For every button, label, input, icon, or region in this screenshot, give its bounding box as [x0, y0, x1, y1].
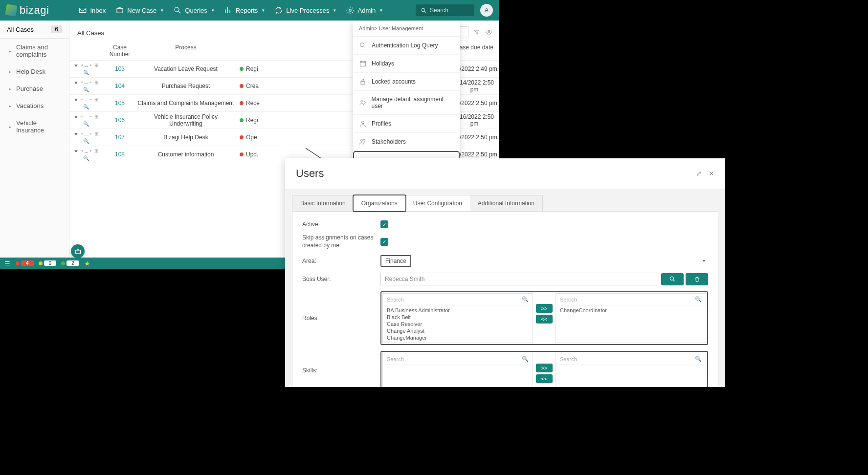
nav-reports[interactable]: Reports▾: [224, 6, 265, 15]
search-icon[interactable]: 🔍: [83, 104, 89, 109]
checkbox-active[interactable]: ✓: [380, 220, 388, 228]
skills-available-list[interactable]: [383, 365, 533, 387]
tab-user-configuration[interactable]: User Configuration: [405, 195, 470, 211]
boss-search-button[interactable]: [661, 273, 684, 285]
workflow-icon[interactable]: ⊞: [94, 131, 98, 136]
skills-selected-search[interactable]: Search: [560, 356, 577, 362]
brand-logo: bizagi: [6, 4, 49, 17]
menu-profiles[interactable]: Profiles: [353, 115, 460, 133]
sidebar-item-helpdesk[interactable]: ▸Help Desk: [0, 63, 69, 80]
roles-transfer: Search🔍 BA Business Administrator Black …: [380, 291, 708, 345]
boss-delete-button[interactable]: [686, 273, 708, 285]
label-skip: Skip assignments on cases created by me:: [302, 234, 380, 249]
sidebar-item-purchase[interactable]: ▸Purchase: [0, 80, 69, 97]
status-green: 2: [67, 260, 79, 266]
svg-point-5: [360, 43, 364, 47]
process-name: Purchase Request: [137, 83, 235, 89]
share-icon[interactable]: ⚬⚊⚬: [80, 114, 92, 119]
nav-inbox[interactable]: Inbox: [78, 6, 106, 15]
search-icon[interactable]: 🔍: [83, 155, 89, 161]
star-icon[interactable]: ★: [74, 148, 78, 153]
star-icon[interactable]: ★: [74, 80, 78, 85]
roles-available-search[interactable]: Search: [387, 297, 404, 302]
nav-live-processes[interactable]: Live Processes▾: [274, 6, 336, 15]
sidebar-all-cases[interactable]: All Cases 6: [0, 21, 69, 39]
roles-selected-search[interactable]: Search: [560, 297, 577, 302]
search-icon[interactable]: 🔍: [83, 87, 89, 92]
star-icon[interactable]: ★: [74, 63, 78, 68]
workflow-icon[interactable]: ⊞: [94, 114, 98, 119]
sidebar-item-vehicle[interactable]: ▸Vehicle Insurance: [0, 114, 69, 139]
menu-holidays[interactable]: Holidays: [353, 55, 460, 73]
breadcrumb: Admin> User Management: [353, 21, 460, 37]
fab-button[interactable]: [71, 244, 85, 258]
share-icon[interactable]: ⚬⚊⚬: [80, 131, 92, 136]
checkbox-skip[interactable]: ✓: [380, 238, 388, 246]
roles-available-list[interactable]: BA Business Administrator Black Belt Cas…: [383, 305, 533, 343]
search-icon[interactable]: 🔍: [83, 70, 89, 75]
expand-icon[interactable]: ⤢: [696, 170, 702, 177]
gear-icon: [346, 6, 355, 15]
label-boss: Boss User:: [302, 276, 380, 282]
case-count-badge: 6: [51, 25, 62, 33]
search-icon[interactable]: 🔍: [83, 121, 89, 127]
sidebar-item-vacations[interactable]: ▸Vacations: [0, 97, 69, 114]
workflow-icon[interactable]: ⊞: [94, 63, 98, 68]
star-icon[interactable]: ★: [74, 131, 78, 136]
search-icon: [173, 6, 182, 15]
star-icon[interactable]: ★: [74, 97, 78, 102]
menu-stakeholders[interactable]: Stakeholders: [353, 133, 460, 151]
svg-point-9: [361, 121, 364, 124]
admin-dropdown-menu: Admin> User Management Authentication Lo…: [353, 21, 460, 171]
tab-organizations[interactable]: Organizations: [353, 194, 406, 212]
sidebar-item-claims[interactable]: ▸Claims and complaints: [0, 39, 69, 63]
top-nav: Inbox New Case▾ Queries▾ Reports▾ Live P…: [78, 6, 382, 15]
menu-auth-log[interactable]: Authentication Log Query: [353, 37, 460, 55]
menu-locked-accounts[interactable]: Locked accounts: [353, 73, 460, 91]
workflow-icon[interactable]: ⊞: [94, 148, 98, 153]
case-number: 107: [103, 134, 137, 141]
global-search[interactable]: Search: [416, 4, 474, 16]
share-icon[interactable]: ⚬⚊⚬: [80, 63, 92, 68]
eye-icon[interactable]: [485, 29, 493, 36]
status-footer: 4 0 2 ★: [0, 258, 285, 269]
menu-default-assignment[interactable]: Manage default assignment user: [353, 91, 460, 115]
share-icon[interactable]: ⚬⚊⚬: [80, 97, 92, 102]
workflow-icon[interactable]: ⊞: [94, 97, 98, 102]
process-name: Claims and Complaints Management: [137, 100, 235, 107]
list-icon[interactable]: [4, 260, 11, 267]
skills-remove-button[interactable]: <<: [536, 374, 553, 383]
nav-new-case[interactable]: New Case▾: [115, 6, 163, 15]
roles-add-button[interactable]: >>: [536, 304, 553, 313]
app-header: bizagi Inbox New Case▾ Queries▾ Reports▾…: [0, 0, 499, 21]
area-select[interactable]: Finance: [380, 255, 411, 267]
roles-selected-list[interactable]: ChangeCoordinator: [556, 305, 706, 315]
share-icon[interactable]: ⚬⚊⚬: [80, 80, 92, 85]
chevron-down-icon: ▾: [334, 8, 336, 13]
star-icon[interactable]: ★: [84, 259, 90, 267]
process-name: Vacation Leave Request: [137, 65, 235, 72]
user-avatar[interactable]: A: [480, 4, 493, 17]
skills-add-button[interactable]: >>: [536, 364, 553, 372]
tab-basic-info[interactable]: Basic Information: [292, 195, 354, 211]
case-number: 104: [103, 83, 137, 89]
filter-icon[interactable]: [473, 29, 480, 36]
nav-admin[interactable]: Admin▾: [346, 6, 382, 15]
svg-point-11: [363, 139, 365, 141]
close-icon[interactable]: ✕: [709, 170, 714, 177]
share-icon[interactable]: ⚬⚊⚬: [80, 148, 92, 153]
label-area: Area:: [302, 258, 380, 264]
svg-rect-13: [75, 250, 80, 254]
search-icon: 🔍: [695, 296, 702, 302]
tab-additional-info[interactable]: Additional Information: [470, 195, 542, 211]
tab-bar: Basic Information Organizations User Con…: [292, 195, 543, 211]
skills-selected-list[interactable]: [556, 365, 706, 387]
roles-remove-button[interactable]: <<: [536, 315, 553, 324]
star-icon[interactable]: ★: [74, 114, 78, 119]
search-icon[interactable]: 🔍: [83, 138, 89, 144]
boss-user-input[interactable]: Rebecca Smith: [380, 273, 659, 285]
sidebar: All Cases 6 ▸Claims and complaints ▸Help…: [0, 21, 69, 258]
workflow-icon[interactable]: ⊞: [94, 80, 98, 85]
nav-queries[interactable]: Queries▾: [173, 6, 214, 15]
skills-available-search[interactable]: Search: [387, 356, 404, 362]
